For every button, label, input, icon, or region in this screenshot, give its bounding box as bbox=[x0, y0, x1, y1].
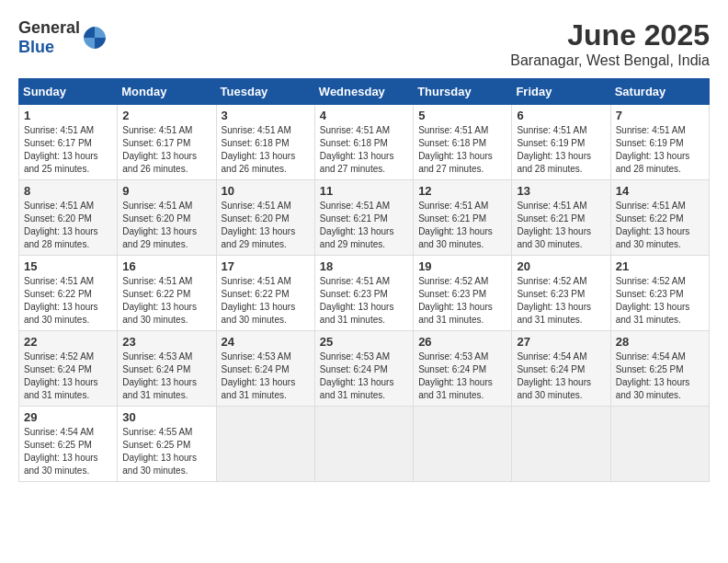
day-number-21: 21 bbox=[616, 259, 704, 273]
day-cell-29: 29Sunrise: 4:54 AMSunset: 6:25 PMDayligh… bbox=[19, 407, 118, 482]
day-info-21: Sunrise: 4:52 AMSunset: 6:23 PMDaylight:… bbox=[616, 275, 704, 327]
day-cell-9: 9Sunrise: 4:51 AMSunset: 6:20 PMDaylight… bbox=[118, 180, 216, 256]
day-cell-5: 5Sunrise: 4:51 AMSunset: 6:18 PMDaylight… bbox=[414, 105, 512, 180]
calendar-row-1: 1Sunrise: 4:51 AMSunset: 6:17 PMDaylight… bbox=[19, 105, 710, 180]
title-area: June 2025 Baranagar, West Bengal, India bbox=[510, 18, 710, 69]
day-number-29: 29 bbox=[24, 410, 112, 424]
day-info-3: Sunrise: 4:51 AMSunset: 6:18 PMDaylight:… bbox=[222, 124, 310, 176]
day-number-8: 8 bbox=[24, 184, 112, 198]
day-number-23: 23 bbox=[122, 335, 210, 349]
day-info-15: Sunrise: 4:51 AMSunset: 6:22 PMDaylight:… bbox=[24, 275, 112, 327]
day-number-19: 19 bbox=[418, 259, 506, 273]
day-number-28: 28 bbox=[616, 335, 704, 349]
col-wednesday: Wednesday bbox=[314, 79, 413, 105]
day-info-7: Sunrise: 4:51 AMSunset: 6:19 PMDaylight:… bbox=[616, 124, 704, 176]
day-cell-24: 24Sunrise: 4:53 AMSunset: 6:24 PMDayligh… bbox=[216, 331, 314, 407]
day-info-10: Sunrise: 4:51 AMSunset: 6:20 PMDaylight:… bbox=[222, 200, 310, 251]
day-info-18: Sunrise: 4:51 AMSunset: 6:23 PMDaylight:… bbox=[320, 275, 408, 327]
day-number-2: 2 bbox=[122, 109, 210, 122]
day-cell-11: 11Sunrise: 4:51 AMSunset: 6:21 PMDayligh… bbox=[314, 180, 413, 256]
day-number-14: 14 bbox=[616, 184, 704, 198]
col-thursday: Thursday bbox=[414, 79, 512, 105]
header: General Blue June 2025 Baranagar, West B… bbox=[18, 18, 710, 69]
day-cell-19: 19Sunrise: 4:52 AMSunset: 6:23 PMDayligh… bbox=[414, 256, 512, 331]
col-saturday: Saturday bbox=[610, 79, 709, 105]
day-cell-12: 12Sunrise: 4:51 AMSunset: 6:21 PMDayligh… bbox=[414, 180, 512, 256]
day-info-16: Sunrise: 4:51 AMSunset: 6:22 PMDaylight:… bbox=[122, 275, 210, 327]
day-cell-14: 14Sunrise: 4:51 AMSunset: 6:22 PMDayligh… bbox=[610, 180, 709, 256]
day-number-20: 20 bbox=[517, 259, 605, 273]
day-info-11: Sunrise: 4:51 AMSunset: 6:21 PMDaylight:… bbox=[320, 200, 408, 251]
day-cell-15: 15Sunrise: 4:51 AMSunset: 6:22 PMDayligh… bbox=[19, 256, 118, 331]
day-cell-28: 28Sunrise: 4:54 AMSunset: 6:25 PMDayligh… bbox=[610, 331, 709, 407]
day-info-23: Sunrise: 4:53 AMSunset: 6:24 PMDaylight:… bbox=[122, 350, 210, 402]
calendar-table: Sunday Monday Tuesday Wednesday Thursday… bbox=[18, 78, 710, 482]
day-info-26: Sunrise: 4:53 AMSunset: 6:24 PMDaylight:… bbox=[418, 350, 506, 402]
month-title: June 2025 bbox=[510, 18, 710, 52]
day-info-25: Sunrise: 4:53 AMSunset: 6:24 PMDaylight:… bbox=[320, 350, 408, 402]
logo: General Blue bbox=[18, 18, 108, 57]
day-info-5: Sunrise: 4:51 AMSunset: 6:18 PMDaylight:… bbox=[418, 124, 506, 176]
empty-cell bbox=[216, 407, 314, 482]
calendar-row-5: 29Sunrise: 4:54 AMSunset: 6:25 PMDayligh… bbox=[19, 407, 710, 482]
col-tuesday: Tuesday bbox=[216, 79, 314, 105]
day-number-5: 5 bbox=[418, 109, 506, 122]
day-cell-1: 1Sunrise: 4:51 AMSunset: 6:17 PMDaylight… bbox=[19, 105, 118, 180]
day-info-12: Sunrise: 4:51 AMSunset: 6:21 PMDaylight:… bbox=[418, 200, 506, 251]
day-info-1: Sunrise: 4:51 AMSunset: 6:17 PMDaylight:… bbox=[24, 124, 112, 176]
day-cell-7: 7Sunrise: 4:51 AMSunset: 6:19 PMDaylight… bbox=[610, 105, 709, 180]
day-cell-6: 6Sunrise: 4:51 AMSunset: 6:19 PMDaylight… bbox=[512, 105, 610, 180]
day-cell-21: 21Sunrise: 4:52 AMSunset: 6:23 PMDayligh… bbox=[610, 256, 709, 331]
day-info-28: Sunrise: 4:54 AMSunset: 6:25 PMDaylight:… bbox=[616, 350, 704, 402]
day-number-30: 30 bbox=[122, 410, 210, 424]
day-info-4: Sunrise: 4:51 AMSunset: 6:18 PMDaylight:… bbox=[320, 124, 408, 176]
day-number-27: 27 bbox=[517, 335, 605, 349]
day-cell-23: 23Sunrise: 4:53 AMSunset: 6:24 PMDayligh… bbox=[118, 331, 216, 407]
day-cell-3: 3Sunrise: 4:51 AMSunset: 6:18 PMDaylight… bbox=[216, 105, 314, 180]
day-number-4: 4 bbox=[320, 109, 408, 122]
day-info-14: Sunrise: 4:51 AMSunset: 6:22 PMDaylight:… bbox=[616, 200, 704, 251]
day-info-2: Sunrise: 4:51 AMSunset: 6:17 PMDaylight:… bbox=[122, 124, 210, 176]
day-cell-25: 25Sunrise: 4:53 AMSunset: 6:24 PMDayligh… bbox=[314, 331, 413, 407]
col-friday: Friday bbox=[512, 79, 610, 105]
day-info-29: Sunrise: 4:54 AMSunset: 6:25 PMDaylight:… bbox=[24, 426, 112, 477]
logo-blue: Blue bbox=[18, 38, 54, 56]
day-info-22: Sunrise: 4:52 AMSunset: 6:24 PMDaylight:… bbox=[24, 350, 112, 402]
day-cell-4: 4Sunrise: 4:51 AMSunset: 6:18 PMDaylight… bbox=[314, 105, 413, 180]
day-number-9: 9 bbox=[122, 184, 210, 198]
empty-cell bbox=[610, 407, 709, 482]
calendar-row-2: 8Sunrise: 4:51 AMSunset: 6:20 PMDaylight… bbox=[19, 180, 710, 256]
day-cell-10: 10Sunrise: 4:51 AMSunset: 6:20 PMDayligh… bbox=[216, 180, 314, 256]
day-number-3: 3 bbox=[222, 109, 310, 122]
empty-cell bbox=[314, 407, 413, 482]
day-number-26: 26 bbox=[418, 335, 506, 349]
day-cell-20: 20Sunrise: 4:52 AMSunset: 6:23 PMDayligh… bbox=[512, 256, 610, 331]
empty-cell bbox=[512, 407, 610, 482]
day-info-24: Sunrise: 4:53 AMSunset: 6:24 PMDaylight:… bbox=[222, 350, 310, 402]
day-number-25: 25 bbox=[320, 335, 408, 349]
day-number-7: 7 bbox=[616, 109, 704, 122]
day-cell-16: 16Sunrise: 4:51 AMSunset: 6:22 PMDayligh… bbox=[118, 256, 216, 331]
day-info-20: Sunrise: 4:52 AMSunset: 6:23 PMDaylight:… bbox=[517, 275, 605, 327]
day-cell-13: 13Sunrise: 4:51 AMSunset: 6:21 PMDayligh… bbox=[512, 180, 610, 256]
day-cell-27: 27Sunrise: 4:54 AMSunset: 6:24 PMDayligh… bbox=[512, 331, 610, 407]
day-number-11: 11 bbox=[320, 184, 408, 198]
day-number-16: 16 bbox=[122, 259, 210, 273]
col-sunday: Sunday bbox=[19, 79, 118, 105]
day-number-1: 1 bbox=[24, 109, 112, 122]
day-cell-30: 30Sunrise: 4:55 AMSunset: 6:25 PMDayligh… bbox=[118, 407, 216, 482]
header-row: Sunday Monday Tuesday Wednesday Thursday… bbox=[19, 79, 710, 105]
logo-general: General bbox=[18, 18, 80, 37]
day-cell-17: 17Sunrise: 4:51 AMSunset: 6:22 PMDayligh… bbox=[216, 256, 314, 331]
day-number-15: 15 bbox=[24, 259, 112, 273]
logo-text: General Blue bbox=[18, 18, 80, 57]
day-info-17: Sunrise: 4:51 AMSunset: 6:22 PMDaylight:… bbox=[222, 275, 310, 327]
day-info-8: Sunrise: 4:51 AMSunset: 6:20 PMDaylight:… bbox=[24, 200, 112, 251]
day-info-13: Sunrise: 4:51 AMSunset: 6:21 PMDaylight:… bbox=[517, 200, 605, 251]
day-number-13: 13 bbox=[517, 184, 605, 198]
day-info-9: Sunrise: 4:51 AMSunset: 6:20 PMDaylight:… bbox=[122, 200, 210, 251]
day-cell-8: 8Sunrise: 4:51 AMSunset: 6:20 PMDaylight… bbox=[19, 180, 118, 256]
day-number-12: 12 bbox=[418, 184, 506, 198]
day-number-18: 18 bbox=[320, 259, 408, 273]
day-cell-18: 18Sunrise: 4:51 AMSunset: 6:23 PMDayligh… bbox=[314, 256, 413, 331]
